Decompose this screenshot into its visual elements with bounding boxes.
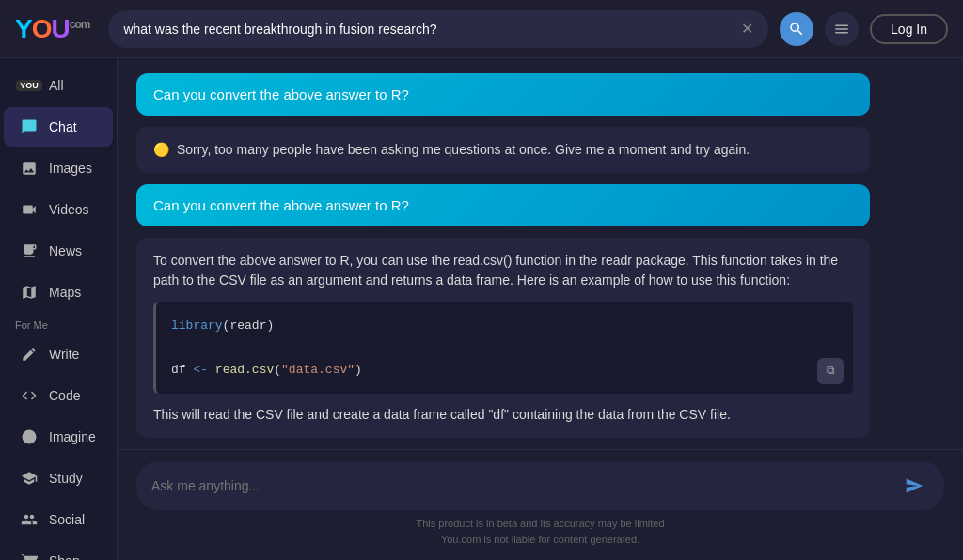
code-func-read: read.csv <box>215 363 274 377</box>
logo-o: O <box>32 14 52 43</box>
sidebar-item-chat-label: Chat <box>49 119 77 134</box>
code-var-df: df <box>171 363 193 377</box>
videos-icon <box>19 199 39 220</box>
maps-icon <box>19 282 39 303</box>
sidebar-item-videos[interactable]: Videos <box>4 190 113 229</box>
shop-icon <box>19 551 39 560</box>
answer-bubble-code: To convert the above answer to R, you ca… <box>136 238 870 438</box>
sidebar-item-all[interactable]: YOU All <box>4 66 113 105</box>
code-line-2: df <- read.csv("data.csv") <box>171 359 838 381</box>
search-button[interactable] <box>780 12 813 46</box>
sidebar: YOU All Chat Images <box>0 58 118 560</box>
header: YOUcom ✕ Log In <box>0 0 963 58</box>
sidebar-item-code[interactable]: Code <box>4 376 113 415</box>
chat-input[interactable] <box>151 478 890 493</box>
logo: YOUcom <box>15 14 89 44</box>
error-emoji: 🟡 <box>153 142 169 157</box>
question-bubble-2: Can you convert the above answer to R? <box>136 184 870 226</box>
answer-outro-text: This will read the CSV file and create a… <box>153 405 853 425</box>
sidebar-item-shop-label: Shop <box>49 553 80 560</box>
code-space <box>208 363 215 377</box>
code-block: library(readr) df <- read.csv("data.csv"… <box>153 302 853 394</box>
sidebar-item-imagine[interactable]: Imagine <box>4 417 113 457</box>
send-button[interactable] <box>899 471 929 501</box>
code-arrow: <- <box>193 363 208 377</box>
sidebar-item-write[interactable]: Write <box>4 334 113 374</box>
imagine-icon <box>19 427 39 447</box>
sidebar-item-social-label: Social <box>49 512 85 527</box>
main-layout: YOU All Chat Images <box>0 58 963 560</box>
send-icon <box>905 476 924 495</box>
sidebar-item-shop[interactable]: Shop <box>4 541 113 560</box>
sidebar-item-news[interactable]: News <box>4 231 113 271</box>
sidebar-item-imagine-label: Imagine <box>49 429 96 444</box>
content-area: Can you convert the above answer to R? 🟡… <box>118 58 963 560</box>
sidebar-item-study[interactable]: Study <box>4 459 113 498</box>
code-paren2-close: ) <box>355 363 362 377</box>
logo-dot: com <box>70 17 90 30</box>
code-paren-close: ) <box>266 319 274 333</box>
search-input[interactable] <box>123 22 734 37</box>
copy-button[interactable]: ⧉ <box>817 358 844 384</box>
study-icon <box>19 468 39 489</box>
code-line-blank <box>171 336 838 358</box>
question-1-text: Can you convert the above answer to R? <box>153 86 409 102</box>
news-icon <box>19 241 39 261</box>
logo-y: Y <box>15 14 32 43</box>
code-keyword-library: library <box>171 319 223 333</box>
code-arg-readr: readr <box>229 319 266 333</box>
logo-u: U <box>51 14 69 43</box>
social-icon <box>19 509 39 530</box>
sidebar-item-study-label: Study <box>49 471 83 486</box>
answer-intro-text: To convert the above answer to R, you ca… <box>153 251 853 290</box>
sidebar-item-images-label: Images <box>49 161 92 176</box>
sidebar-item-maps-label: Maps <box>49 285 81 300</box>
input-area: This product is in beta and its accuracy… <box>118 449 963 560</box>
sidebar-item-chat[interactable]: Chat <box>4 107 113 147</box>
for-me-section-label: For Me <box>0 314 117 333</box>
sidebar-item-all-label: All <box>49 78 64 93</box>
answer-bubble-error: 🟡Sorry, too many people have been asking… <box>136 127 870 173</box>
footer-line-2: You.com is not liable for content genera… <box>441 534 639 545</box>
question-bubble-1: Can you convert the above answer to R? <box>136 73 870 116</box>
messages-area: Can you convert the above answer to R? 🟡… <box>118 58 963 449</box>
sidebar-item-write-label: Write <box>49 347 79 362</box>
sidebar-item-news-label: News <box>49 243 82 258</box>
settings-button[interactable] <box>825 12 859 46</box>
search-clear-icon[interactable]: ✕ <box>741 20 753 38</box>
code-line-1: library(readr) <box>171 315 838 336</box>
search-bar: ✕ <box>108 10 768 48</box>
images-icon <box>19 158 39 179</box>
svg-point-0 <box>23 430 37 444</box>
sidebar-item-code-label: Code <box>49 388 80 403</box>
question-2-text: Can you convert the above answer to R? <box>153 197 409 213</box>
sidebar-item-maps[interactable]: Maps <box>4 272 113 312</box>
chat-input-row <box>136 461 944 510</box>
code-string-data: "data.csv" <box>281 363 355 377</box>
chat-icon <box>19 117 39 137</box>
footer-line-1: This product is in beta and its accuracy… <box>416 518 664 529</box>
search-icon <box>788 21 805 38</box>
footer-note: This product is in beta and its accuracy… <box>136 510 944 552</box>
sidebar-item-social[interactable]: Social <box>4 500 113 539</box>
sidebar-item-videos-label: Videos <box>49 202 89 217</box>
write-icon <box>19 344 39 365</box>
sidebar-item-images[interactable]: Images <box>4 148 113 188</box>
all-icon: YOU <box>19 75 39 96</box>
code-icon <box>19 385 39 406</box>
code-paren2-open: ( <box>274 363 281 377</box>
answer-error-text: Sorry, too many people have been asking … <box>177 142 750 157</box>
login-button[interactable]: Log In <box>870 14 948 44</box>
settings-icon <box>833 21 850 38</box>
